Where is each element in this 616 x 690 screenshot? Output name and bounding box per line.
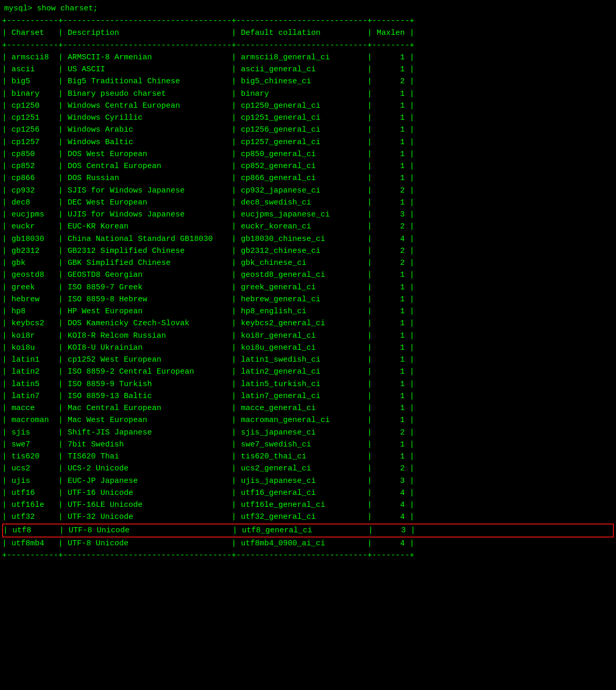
- table-row: | big5 | Big5 Traditional Chinese | big5…: [2, 75, 614, 87]
- table-row: | koi8r | KOI8-R Relcom Russian | koi8r_…: [2, 330, 614, 342]
- table-row: | cp1251 | Windows Cyrillic | cp1251_gen…: [2, 112, 614, 124]
- table-row: | euckr | EUC-KR Korean | euckr_korean_c…: [2, 221, 614, 233]
- table-row: | macroman | Mac West European | macroma…: [2, 414, 614, 426]
- table-row: | latin7 | ISO 8859-13 Baltic | latin7_g…: [2, 390, 614, 402]
- table-row: | greek | ISO 8859-7 Greek | greek_gener…: [2, 282, 614, 293]
- table-row: | cp850 | DOS West European | cp850_gene…: [2, 148, 614, 160]
- table-row: | tis620 | TIS620 Thai | tis620_thai_ci …: [2, 451, 614, 463]
- terminal-window: mysql> show charset; +-----------+------…: [0, 0, 616, 566]
- table-row: | cp932 | SJIS for Windows Japanese | cp…: [2, 185, 614, 197]
- table-row: | geostd8 | GEOSTD8 Georgian | geostd8_g…: [2, 269, 614, 281]
- table-row: | cp1256 | Windows Arabic | cp1256_gener…: [2, 124, 614, 136]
- separator-line: +-----------+---------------------------…: [2, 15, 614, 27]
- table-row: | sjis | Shift-JIS Japanese | sjis_japan…: [2, 427, 614, 439]
- table-row: | swe7 | 7bit Swedish | swe7_swedish_ci …: [2, 439, 614, 451]
- table-row: | latin2 | ISO 8859-2 Central European |…: [2, 366, 614, 378]
- table-row: | ujis | EUC-JP Japanese | ujis_japanese…: [2, 475, 614, 487]
- utf8-highlighted-row: | utf8 | UTF-8 Unicode | utf8_general_ci…: [2, 523, 614, 538]
- table-row: | Charset | Description | Default collat…: [2, 27, 614, 39]
- table-row: | utf16le | UTF-16LE Unicode | utf16le_g…: [2, 499, 614, 511]
- table-row: | koi8u | KOI8-U Ukrainian | koi8u_gener…: [2, 342, 614, 354]
- table-row: | utf16 | UTF-16 Unicode | utf16_general…: [2, 487, 614, 499]
- table-row: | binary | Binary pseudo charset | binar…: [2, 88, 614, 100]
- table-row: | eucjpms | UJIS for Windows Japanese | …: [2, 209, 614, 221]
- table-row: | hp8 | HP West European | hp8_english_c…: [2, 305, 614, 317]
- table-row: | gbk | GBK Simplified Chinese | gbk_chi…: [2, 257, 614, 269]
- table-row: | cp866 | DOS Russian | cp866_general_ci…: [2, 172, 614, 184]
- table-row: | ucs2 | UCS-2 Unicode | ucs2_general_ci…: [2, 463, 614, 475]
- table-row: | armscii8 | ARMSCII-8 Armenian | armsci…: [2, 52, 614, 63]
- table-row: | cp852 | DOS Central European | cp852_g…: [2, 160, 614, 172]
- table-row: | keybcs2 | DOS Kamenicky Czech-Slovak |…: [2, 317, 614, 329]
- table-row: | cp1257 | Windows Baltic | cp1257_gener…: [2, 136, 614, 148]
- separator-line: +-----------+---------------------------…: [2, 40, 614, 52]
- table-row: | macce | Mac Central European | macce_g…: [2, 402, 614, 414]
- table-row: | latin1 | cp1252 West European | latin1…: [2, 354, 614, 366]
- table-row: | gb2312 | GB2312 Simplified Chinese | g…: [2, 245, 614, 257]
- table-row: | dec8 | DEC West European | dec8_swedis…: [2, 197, 614, 209]
- table-row: | latin5 | ISO 8859-9 Turkish | latin5_t…: [2, 378, 614, 390]
- prompt-line: mysql> show charset;: [2, 4, 614, 13]
- table-row: | utf32 | UTF-32 Unicode | utf32_general…: [2, 511, 614, 523]
- table-row: | ascii | US ASCII | ascii_general_ci | …: [2, 63, 614, 75]
- charset-table: +-----------+---------------------------…: [2, 15, 614, 561]
- table-row: | utf8mb4 | UTF-8 Unicode | utf8mb4_0900…: [2, 538, 614, 550]
- table-row: | gb18030 | China National Standard GB18…: [2, 233, 614, 245]
- table-row: | cp1250 | Windows Central European | cp…: [2, 100, 614, 112]
- table-row: | hebrew | ISO 8859-8 Hebrew | hebrew_ge…: [2, 293, 614, 305]
- separator-line: +-----------+---------------------------…: [2, 550, 614, 561]
